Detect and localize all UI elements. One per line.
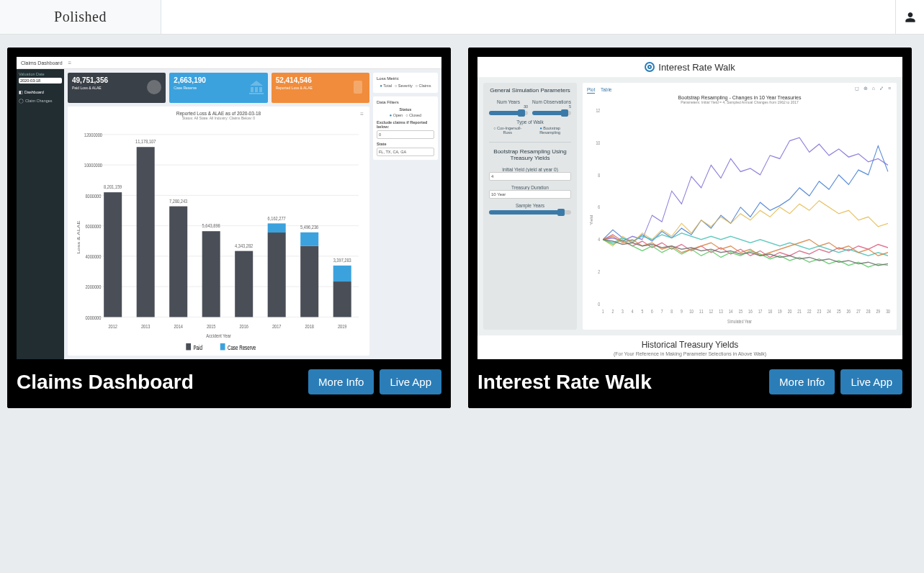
- svg-text:0: 0: [598, 302, 600, 307]
- svg-text:5: 5: [641, 309, 643, 314]
- svg-point-0: [147, 80, 161, 94]
- svg-text:15: 15: [738, 309, 743, 314]
- list-icon: ◯: [19, 99, 24, 103]
- data-filters-panel: Data Filters Status Open Closed Exclude …: [373, 96, 438, 160]
- svg-rect-28: [235, 251, 253, 317]
- svg-text:2: 2: [598, 270, 600, 275]
- chart-menu-icon: ≡: [360, 111, 364, 117]
- svg-text:1: 1: [602, 309, 604, 314]
- money-icon: [145, 78, 163, 96]
- preview-main: Plot Table ◻ ⊕ ⌂ ⤢ ≡ Bootstrap Resamplin…: [583, 83, 897, 330]
- svg-text:25: 25: [837, 309, 841, 314]
- live-app-button[interactable]: Live App: [840, 369, 902, 394]
- num-obs-slider: [532, 111, 571, 115]
- svg-rect-40: [333, 266, 351, 281]
- target-icon: [645, 62, 655, 72]
- svg-text:12: 12: [709, 309, 714, 314]
- radio-total: Total: [380, 84, 392, 88]
- sidebar-item-dashboard: ◧ Dashboard: [19, 88, 62, 96]
- user-menu-button[interactable]: [895, 0, 924, 34]
- card-grid: Claims Dashboard ≡ Valuation Date ◧ Dash…: [0, 35, 924, 421]
- card-footer: Claims Dashboard More Info Live App: [8, 359, 450, 407]
- svg-rect-47: [220, 343, 225, 351]
- footer-title: Historical Treasury Yields: [477, 340, 902, 350]
- hamburger-icon: ≡: [68, 60, 72, 66]
- svg-text:3: 3: [622, 309, 624, 314]
- state-input: [377, 148, 434, 156]
- stat-row: 49,751,356 Paid Loss & ALAE 2,663,190 Ca…: [68, 73, 369, 103]
- num-obs-label: Num Observations: [532, 99, 571, 104]
- svg-text:5,643,898: 5,643,898: [202, 223, 220, 229]
- svg-text:0000000: 0000000: [85, 315, 101, 320]
- preview-titlebar: Claims Dashboard ≡: [17, 57, 441, 69]
- initial-yield-label: Initial Yield (yield at year 0): [489, 167, 571, 172]
- svg-rect-39: [333, 281, 351, 317]
- svg-rect-45: [186, 343, 191, 351]
- live-app-button[interactable]: Live App: [380, 369, 441, 394]
- num-years-label: Num Years: [489, 99, 528, 104]
- svg-text:26: 26: [847, 309, 851, 314]
- svg-text:2018: 2018: [305, 323, 314, 329]
- svg-text:8000000: 8000000: [85, 193, 101, 199]
- svg-text:7: 7: [661, 309, 663, 314]
- svg-text:11,178,107: 11,178,107: [135, 139, 156, 145]
- user-icon: [905, 11, 916, 24]
- valuation-date-input: [19, 78, 62, 84]
- radio-cir: Cox-Ingersoll-Ross: [489, 126, 526, 135]
- svg-text:2016: 2016: [239, 323, 248, 329]
- footer-subtitle: (For Your Reference in Making Parameter …: [477, 351, 902, 356]
- stat-paid: 49,751,356 Paid Loss & ALAE: [68, 73, 166, 103]
- svg-text:2013: 2013: [141, 323, 151, 329]
- card-title: Claims Dashboard: [17, 371, 302, 394]
- svg-text:28: 28: [866, 309, 871, 314]
- num-years-value: 30: [489, 104, 528, 109]
- sample-years-label: Sample Years: [489, 203, 571, 208]
- app-card-interest: Interest Rate Walk General Simulation Pa…: [468, 48, 912, 408]
- svg-text:4: 4: [632, 309, 634, 314]
- preview-app-title: Claims Dashboard: [21, 60, 63, 66]
- svg-text:24: 24: [827, 309, 831, 314]
- line-chart: 0246810121234567891011121314151617181920…: [587, 104, 892, 325]
- exclude-input: [377, 130, 434, 139]
- svg-rect-19: [137, 147, 155, 317]
- svg-text:2019: 2019: [338, 323, 347, 329]
- clipboard-icon: [349, 78, 367, 96]
- svg-text:19: 19: [778, 309, 782, 314]
- more-info-button[interactable]: More Info: [308, 369, 374, 394]
- num-years-slider: [489, 111, 528, 115]
- bar-chart: 0000000200000040000006000000800000010000…: [72, 123, 365, 351]
- more-info-button[interactable]: More Info: [769, 369, 835, 394]
- general-params-header: General Simulation Parameters: [489, 87, 571, 94]
- stat-reported: 52,414,546 Reported Loss & ALAE: [272, 73, 369, 103]
- svg-text:10: 10: [596, 140, 601, 145]
- svg-text:Paid: Paid: [193, 344, 202, 351]
- chart-title: Reported Loss & ALAE as of 2020-03-18: [72, 111, 365, 116]
- svg-text:Case Reserve: Case Reserve: [228, 344, 256, 351]
- svg-rect-36: [300, 233, 318, 246]
- preview-sidebar: Valuation Date ◧ Dashboard ◯ Claim Chang…: [17, 69, 64, 359]
- svg-rect-22: [169, 207, 187, 317]
- chart-toolbar-icons: ◻ ⊕ ⌂ ⤢ ≡: [855, 86, 892, 91]
- chart-subtitle: Status: All State: All Industry: Claims …: [72, 116, 365, 120]
- svg-text:16: 16: [748, 309, 753, 314]
- loss-metric-panel: Loss Metric Total Severity Claims: [373, 73, 438, 93]
- svg-text:10000000: 10000000: [84, 162, 102, 168]
- svg-text:23: 23: [817, 309, 822, 314]
- brand: Polished: [0, 0, 161, 34]
- radio-severity: Severity: [395, 84, 413, 88]
- svg-text:8: 8: [670, 309, 673, 314]
- svg-rect-1: [354, 81, 362, 94]
- svg-text:12: 12: [596, 108, 601, 113]
- loss-metric-options: Total Severity Claims: [377, 84, 434, 88]
- svg-text:18: 18: [768, 309, 772, 314]
- svg-text:4: 4: [598, 238, 600, 243]
- app-preview-interest: Interest Rate Walk General Simulation Pa…: [477, 57, 902, 359]
- svg-text:Yield: Yield: [590, 215, 593, 226]
- svg-text:27: 27: [856, 309, 861, 314]
- svg-text:5,496,236: 5,496,236: [300, 224, 318, 230]
- svg-text:12000000: 12000000: [84, 132, 102, 137]
- svg-text:11: 11: [699, 309, 704, 314]
- svg-text:6: 6: [598, 205, 600, 210]
- svg-text:2017: 2017: [272, 323, 282, 329]
- svg-text:Simulated Year: Simulated Year: [727, 320, 752, 325]
